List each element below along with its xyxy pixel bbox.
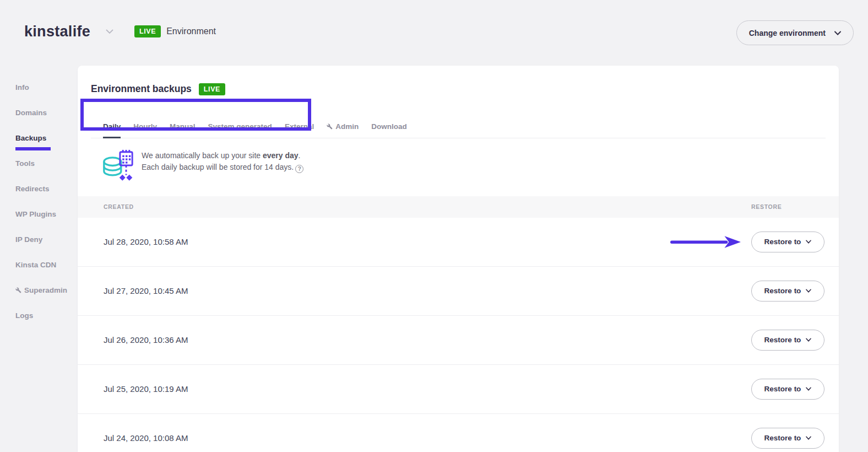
live-badge: LIVE	[134, 25, 161, 37]
backup-type-tabs: Daily Hourly Manual System generated Ext…	[91, 116, 826, 138]
wrench-icon	[327, 123, 333, 130]
backup-database-illustration-icon	[101, 148, 135, 185]
sidebar-item-wp-plugins[interactable]: WP Plugins	[0, 201, 78, 227]
backup-created-date: Jul 27, 2020, 10:45 AM	[104, 286, 751, 295]
backups-panel: Environment backups LIVE Daily Hourly Ma…	[78, 66, 839, 452]
tab-daily[interactable]: Daily	[103, 116, 121, 138]
tab-system-generated[interactable]: System generated	[208, 116, 272, 138]
restore-to-button[interactable]: Restore to	[751, 232, 824, 252]
restore-to-button[interactable]: Restore to	[751, 281, 824, 302]
top-bar: kinstalife LIVE Environment Change envir…	[0, 0, 868, 66]
backup-schedule-text: We automatically back up your site every…	[142, 148, 303, 173]
site-switcher[interactable]: kinstalife	[24, 23, 113, 40]
sidebar-item-domains[interactable]: Domains	[0, 100, 78, 125]
live-badge: LIVE	[199, 83, 225, 95]
chevron-down-icon[interactable]	[106, 29, 113, 34]
chevron-down-icon	[806, 436, 811, 440]
tab-download[interactable]: Download	[371, 116, 407, 138]
change-environment-button[interactable]: Change environment	[736, 20, 854, 45]
column-header-created: CREATED	[104, 203, 751, 210]
tab-external[interactable]: External	[285, 116, 314, 138]
chevron-down-icon	[834, 31, 841, 35]
sidebar-nav: Info Domains Backups Tools Redirects WP …	[0, 74, 78, 328]
chevron-down-icon	[806, 289, 811, 293]
restore-to-button[interactable]: Restore to	[751, 330, 824, 351]
environment-label: Environment	[166, 26, 216, 36]
chevron-down-icon	[806, 240, 811, 244]
column-header-restore: RESTORE	[751, 203, 824, 210]
sidebar-item-ip-deny[interactable]: IP Deny	[0, 227, 78, 252]
sidebar-item-superadmin[interactable]: Superadmin	[0, 277, 78, 303]
chevron-down-icon	[806, 338, 811, 342]
restore-to-button[interactable]: Restore to	[751, 379, 824, 400]
backup-row: Jul 26, 2020, 10:36 AM Restore to	[78, 316, 839, 365]
backup-created-date: Jul 28, 2020, 10:58 AM	[104, 237, 751, 246]
backup-created-date: Jul 25, 2020, 10:19 AM	[104, 384, 751, 394]
backup-row: Jul 25, 2020, 10:19 AM Restore to	[78, 365, 839, 414]
backup-created-date: Jul 26, 2020, 10:36 AM	[104, 335, 751, 345]
backup-row: Jul 27, 2020, 10:45 AM Restore to	[78, 267, 839, 316]
chevron-down-icon	[806, 387, 811, 391]
sidebar-item-backups[interactable]: Backups	[0, 125, 78, 150]
wrench-icon	[15, 287, 21, 293]
tab-hourly[interactable]: Hourly	[133, 116, 157, 138]
sidebar-item-kinsta-cdn[interactable]: Kinsta CDN	[0, 252, 78, 277]
site-name: kinstalife	[24, 23, 90, 40]
tab-admin[interactable]: Admin	[327, 116, 359, 138]
sidebar-item-redirects[interactable]: Redirects	[0, 176, 78, 201]
backup-row: Jul 28, 2020, 10:58 AM Restore to	[78, 218, 839, 267]
backup-created-date: Jul 24, 2020, 10:08 AM	[104, 433, 751, 443]
sidebar-item-info[interactable]: Info	[0, 74, 78, 100]
page-title: Environment backups	[91, 83, 192, 95]
sidebar-item-tools[interactable]: Tools	[0, 150, 78, 176]
help-icon[interactable]: ?	[295, 165, 303, 173]
restore-to-button[interactable]: Restore to	[751, 428, 824, 449]
environment-indicator: LIVE Environment	[134, 25, 216, 37]
backup-row: Jul 24, 2020, 10:08 AM Restore to	[78, 414, 839, 452]
table-header: CREATED RESTORE	[78, 196, 839, 218]
sidebar-item-logs[interactable]: Logs	[0, 303, 78, 328]
panel-header: Environment backups LIVE	[78, 66, 839, 95]
backup-schedule-notice: We automatically back up your site every…	[101, 148, 839, 185]
tab-manual[interactable]: Manual	[170, 116, 196, 138]
